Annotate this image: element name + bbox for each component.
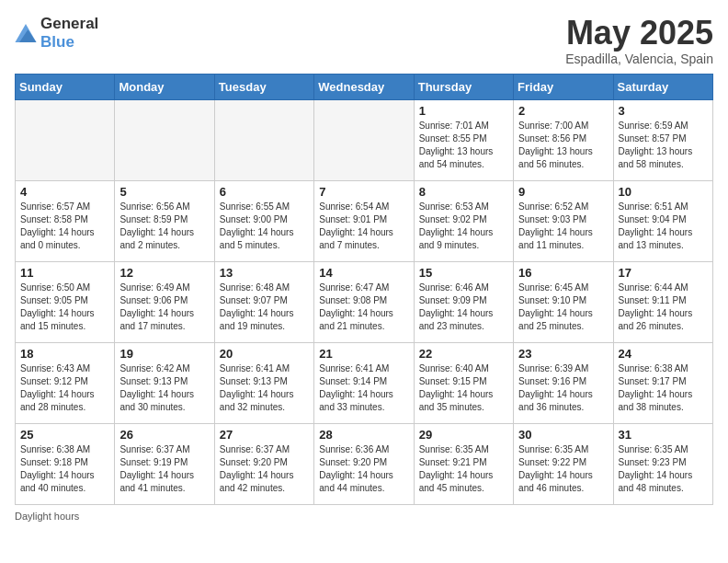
- calendar-cell: 15Sunrise: 6:46 AMSunset: 9:09 PMDayligh…: [414, 261, 513, 342]
- day-info: Sunrise: 6:40 AMSunset: 9:15 PMDaylight:…: [419, 362, 508, 414]
- calendar-cell: 26Sunrise: 6:37 AMSunset: 9:19 PMDayligh…: [115, 423, 214, 504]
- calendar-cell: 9Sunrise: 6:52 AMSunset: 9:03 PMDaylight…: [514, 180, 613, 261]
- day-number: 30: [518, 428, 608, 442]
- day-number: 24: [619, 347, 708, 361]
- day-info: Sunrise: 6:41 AMSunset: 9:13 PMDaylight:…: [220, 362, 309, 414]
- day-info: Sunrise: 6:37 AMSunset: 9:19 PMDaylight:…: [119, 443, 209, 495]
- day-number: 8: [419, 185, 508, 199]
- calendar-cell: 4Sunrise: 6:57 AMSunset: 8:58 PMDaylight…: [16, 180, 115, 261]
- calendar-cell: 2Sunrise: 7:00 AMSunset: 8:56 PMDaylight…: [514, 99, 613, 180]
- day-info: Sunrise: 6:57 AMSunset: 8:58 PMDaylight:…: [20, 201, 109, 252]
- calendar-cell: 29Sunrise: 6:35 AMSunset: 9:21 PMDayligh…: [414, 423, 513, 504]
- calendar-cell: 24Sunrise: 6:38 AMSunset: 9:17 PMDayligh…: [613, 342, 712, 423]
- day-number: 10: [619, 185, 708, 199]
- calendar-cell: 16Sunrise: 6:45 AMSunset: 9:10 PMDayligh…: [514, 261, 613, 342]
- day-number: 17: [619, 266, 708, 280]
- calendar-cell: 10Sunrise: 6:51 AMSunset: 9:04 PMDayligh…: [613, 180, 712, 261]
- day-number: 1: [419, 104, 508, 118]
- calendar-cell: 17Sunrise: 6:44 AMSunset: 9:11 PMDayligh…: [613, 261, 712, 342]
- day-number: 18: [20, 347, 109, 361]
- calendar-cell: 22Sunrise: 6:40 AMSunset: 9:15 PMDayligh…: [414, 342, 513, 423]
- calendar-table: SundayMondayTuesdayWednesdayThursdayFrid…: [15, 74, 713, 505]
- day-number: 19: [119, 347, 209, 361]
- footer-note: Daylight hours: [15, 511, 713, 522]
- calendar-cell: 11Sunrise: 6:50 AMSunset: 9:05 PMDayligh…: [16, 261, 115, 342]
- calendar-cell: [214, 99, 313, 180]
- day-info: Sunrise: 6:52 AMSunset: 9:03 PMDaylight:…: [518, 201, 608, 252]
- day-number: 16: [518, 266, 608, 280]
- calendar-cell: 27Sunrise: 6:37 AMSunset: 9:20 PMDayligh…: [214, 423, 313, 504]
- day-number: 7: [319, 185, 408, 199]
- day-info: Sunrise: 6:37 AMSunset: 9:20 PMDaylight:…: [220, 443, 309, 495]
- day-info: Sunrise: 6:56 AMSunset: 8:59 PMDaylight:…: [119, 201, 209, 252]
- calendar-cell: 23Sunrise: 6:39 AMSunset: 9:16 PMDayligh…: [514, 342, 613, 423]
- weekday-header-sunday: Sunday: [16, 74, 115, 99]
- day-number: 31: [619, 428, 708, 442]
- calendar-cell: 7Sunrise: 6:54 AMSunset: 9:01 PMDaylight…: [314, 180, 414, 261]
- calendar-cell: 13Sunrise: 6:48 AMSunset: 9:07 PMDayligh…: [214, 261, 313, 342]
- day-info: Sunrise: 6:35 AMSunset: 9:21 PMDaylight:…: [419, 443, 508, 495]
- day-info: Sunrise: 6:51 AMSunset: 9:04 PMDaylight:…: [619, 201, 708, 252]
- calendar-cell: 28Sunrise: 6:36 AMSunset: 9:20 PMDayligh…: [314, 423, 414, 504]
- day-info: Sunrise: 6:42 AMSunset: 9:13 PMDaylight:…: [119, 362, 209, 414]
- day-info: Sunrise: 6:35 AMSunset: 9:22 PMDaylight:…: [518, 443, 608, 495]
- calendar-cell: 18Sunrise: 6:43 AMSunset: 9:12 PMDayligh…: [16, 342, 115, 423]
- day-number: 14: [319, 266, 408, 280]
- calendar-cell: [115, 99, 214, 180]
- day-number: 22: [419, 347, 508, 361]
- day-number: 20: [220, 347, 309, 361]
- day-number: 13: [220, 266, 309, 280]
- calendar-cell: 12Sunrise: 6:49 AMSunset: 9:06 PMDayligh…: [115, 261, 214, 342]
- day-info: Sunrise: 6:46 AMSunset: 9:09 PMDaylight:…: [419, 282, 508, 333]
- calendar-cell: 8Sunrise: 6:53 AMSunset: 9:02 PMDaylight…: [414, 180, 513, 261]
- weekday-header-monday: Monday: [115, 74, 214, 99]
- day-number: 12: [119, 266, 209, 280]
- weekday-header-thursday: Thursday: [414, 74, 513, 99]
- day-number: 29: [419, 428, 508, 442]
- day-info: Sunrise: 6:35 AMSunset: 9:23 PMDaylight:…: [619, 443, 708, 495]
- day-info: Sunrise: 6:41 AMSunset: 9:14 PMDaylight:…: [319, 362, 408, 414]
- calendar-week-4: 18Sunrise: 6:43 AMSunset: 9:12 PMDayligh…: [16, 342, 713, 423]
- day-info: Sunrise: 6:43 AMSunset: 9:12 PMDaylight:…: [20, 362, 109, 414]
- calendar-week-2: 4Sunrise: 6:57 AMSunset: 8:58 PMDaylight…: [16, 180, 713, 261]
- calendar-cell: 19Sunrise: 6:42 AMSunset: 9:13 PMDayligh…: [115, 342, 214, 423]
- day-number: 11: [20, 266, 109, 280]
- calendar-cell: 3Sunrise: 6:59 AMSunset: 8:57 PMDaylight…: [613, 99, 712, 180]
- day-number: 23: [518, 347, 608, 361]
- calendar-week-3: 11Sunrise: 6:50 AMSunset: 9:05 PMDayligh…: [16, 261, 713, 342]
- day-info: Sunrise: 7:01 AMSunset: 8:55 PMDaylight:…: [419, 120, 508, 171]
- day-number: 27: [220, 428, 309, 442]
- day-info: Sunrise: 6:36 AMSunset: 9:20 PMDaylight:…: [319, 443, 408, 495]
- calendar-cell: 20Sunrise: 6:41 AMSunset: 9:13 PMDayligh…: [214, 342, 313, 423]
- calendar-week-1: 1Sunrise: 7:01 AMSunset: 8:55 PMDaylight…: [16, 99, 713, 180]
- calendar-header-row: SundayMondayTuesdayWednesdayThursdayFrid…: [16, 74, 713, 99]
- weekday-header-tuesday: Tuesday: [214, 74, 313, 99]
- title-area: May 2025 Espadilla, Valencia, Spain: [565, 15, 713, 66]
- day-number: 5: [119, 185, 209, 199]
- calendar-week-5: 25Sunrise: 6:38 AMSunset: 9:18 PMDayligh…: [16, 423, 713, 504]
- month-title: May 2025: [565, 15, 713, 52]
- day-info: Sunrise: 6:38 AMSunset: 9:18 PMDaylight:…: [20, 443, 109, 495]
- calendar-cell: 6Sunrise: 6:55 AMSunset: 9:00 PMDaylight…: [214, 180, 313, 261]
- day-number: 21: [319, 347, 408, 361]
- day-info: Sunrise: 6:45 AMSunset: 9:10 PMDaylight:…: [518, 282, 608, 333]
- weekday-header-saturday: Saturday: [613, 74, 712, 99]
- day-info: Sunrise: 6:47 AMSunset: 9:08 PMDaylight:…: [319, 282, 408, 333]
- calendar-cell: 31Sunrise: 6:35 AMSunset: 9:23 PMDayligh…: [613, 423, 712, 504]
- day-number: 25: [20, 428, 109, 442]
- logo: General Blue: [15, 15, 98, 52]
- calendar-cell: 14Sunrise: 6:47 AMSunset: 9:08 PMDayligh…: [314, 261, 414, 342]
- calendar-cell: 21Sunrise: 6:41 AMSunset: 9:14 PMDayligh…: [314, 342, 414, 423]
- day-number: 4: [20, 185, 109, 199]
- day-info: Sunrise: 6:49 AMSunset: 9:06 PMDaylight:…: [119, 282, 209, 333]
- day-number: 15: [419, 266, 508, 280]
- day-info: Sunrise: 6:38 AMSunset: 9:17 PMDaylight:…: [619, 362, 708, 414]
- day-info: Sunrise: 6:48 AMSunset: 9:07 PMDaylight:…: [220, 282, 309, 333]
- day-info: Sunrise: 6:39 AMSunset: 9:16 PMDaylight:…: [518, 362, 608, 414]
- day-info: Sunrise: 6:59 AMSunset: 8:57 PMDaylight:…: [619, 120, 708, 171]
- day-info: Sunrise: 6:44 AMSunset: 9:11 PMDaylight:…: [619, 282, 708, 333]
- day-number: 28: [319, 428, 408, 442]
- day-info: Sunrise: 6:55 AMSunset: 9:00 PMDaylight:…: [220, 201, 309, 252]
- calendar-cell: 25Sunrise: 6:38 AMSunset: 9:18 PMDayligh…: [16, 423, 115, 504]
- day-info: Sunrise: 6:54 AMSunset: 9:01 PMDaylight:…: [319, 201, 408, 252]
